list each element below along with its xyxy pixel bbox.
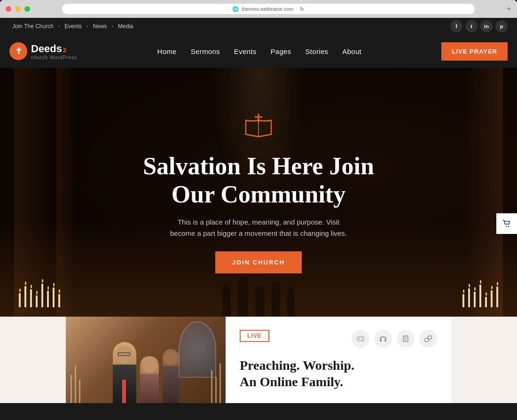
main-nav: ✝ Deeds2 church WordPress Home Sermons E… — [0, 35, 517, 68]
hero-subtitle: This is a place of hope, meaning, and pu… — [169, 217, 348, 239]
cart-button[interactable] — [496, 213, 517, 234]
main-nav-links: Home Sermons Events Pages Stories About — [157, 47, 362, 55]
document-icon[interactable] — [397, 330, 415, 348]
youtube-icon[interactable] — [352, 330, 369, 348]
linkedin-icon[interactable]: in — [480, 20, 493, 32]
topbar-news[interactable]: News — [90, 23, 110, 30]
browser-minimize-btn[interactable] — [15, 6, 21, 12]
topbar-media[interactable]: Media — [115, 23, 136, 30]
pinterest-icon[interactable]: p — [495, 20, 508, 32]
bottom-header: LIVE — [240, 330, 437, 353]
live-badge: LIVE — [240, 330, 269, 342]
bottom-image — [66, 317, 226, 403]
browser-title-bar: 🌐 themes.webinane.com ↻ + — [0, 0, 517, 18]
hero-title: Salvation Is Here Join Our Community — [136, 152, 381, 209]
logo-text: Deeds2 church WordPress — [31, 43, 77, 60]
logo-icon: ✝ — [9, 42, 27, 60]
twitter-icon[interactable]: t — [465, 20, 478, 32]
hero-content: Salvation Is Here Join Our Community Thi… — [136, 111, 381, 274]
brand-name: Deeds — [31, 43, 62, 55]
nav-events[interactable]: Events — [234, 47, 257, 55]
logo-tagline: church WordPress — [31, 55, 77, 60]
svg-point-4 — [508, 226, 509, 227]
live-prayer-button[interactable]: LIVE PRAYER — [441, 42, 508, 61]
top-bar: Join The Church • Events • News • Media … — [0, 18, 517, 35]
join-church-button[interactable]: JOIN CHURCH — [215, 251, 302, 273]
globe-icon: 🌐 — [232, 6, 239, 12]
new-tab-button[interactable]: + — [507, 4, 511, 14]
browser-address-bar[interactable]: 🌐 themes.webinane.com ↻ — [62, 4, 475, 14]
bottom-section: LIVE — [0, 317, 517, 403]
top-bar-nav: Join The Church • Events • News • Media — [9, 23, 136, 30]
headphones-icon[interactable] — [374, 330, 392, 348]
link-icon[interactable] — [419, 330, 437, 348]
logo[interactable]: ✝ Deeds2 church WordPress — [9, 42, 77, 60]
brand-superscript: 2 — [63, 47, 66, 54]
topbar-join[interactable]: Join The Church — [9, 23, 56, 30]
nav-pages[interactable]: Pages — [271, 47, 291, 55]
social-icons: f t in p — [450, 20, 508, 32]
url-text: themes.webinane.com — [242, 6, 293, 12]
refresh-icon[interactable]: ↻ — [300, 6, 304, 12]
nav-home[interactable]: Home — [157, 47, 177, 55]
topbar-events[interactable]: Events — [62, 23, 85, 30]
dot-3: • — [112, 24, 114, 29]
bottom-card: LIVE — [66, 317, 451, 403]
nav-stories[interactable]: Stories — [306, 47, 329, 55]
bible-cross-icon — [240, 111, 277, 144]
browser-chrome: 🌐 themes.webinane.com ↻ + — [0, 0, 517, 18]
media-icons — [352, 330, 437, 348]
facebook-icon[interactable]: f — [450, 20, 462, 32]
svg-rect-8 — [384, 339, 386, 342]
svg-rect-7 — [380, 339, 382, 342]
dot-2: • — [86, 24, 88, 29]
dot-1: • — [58, 24, 60, 29]
browser-close-btn[interactable] — [6, 6, 11, 12]
site-wrapper: Join The Church • Events • News • Media … — [0, 18, 517, 403]
nav-sermons[interactable]: Sermons — [191, 47, 220, 55]
svg-point-3 — [506, 226, 507, 227]
hero-section: Salvation Is Here Join Our Community Thi… — [0, 68, 517, 317]
nav-about[interactable]: About — [342, 47, 361, 55]
bottom-content: LIVE — [226, 317, 451, 403]
bottom-title: Preaching. Worship. An Online Family. — [240, 357, 437, 390]
browser-maximize-btn[interactable] — [24, 6, 30, 12]
